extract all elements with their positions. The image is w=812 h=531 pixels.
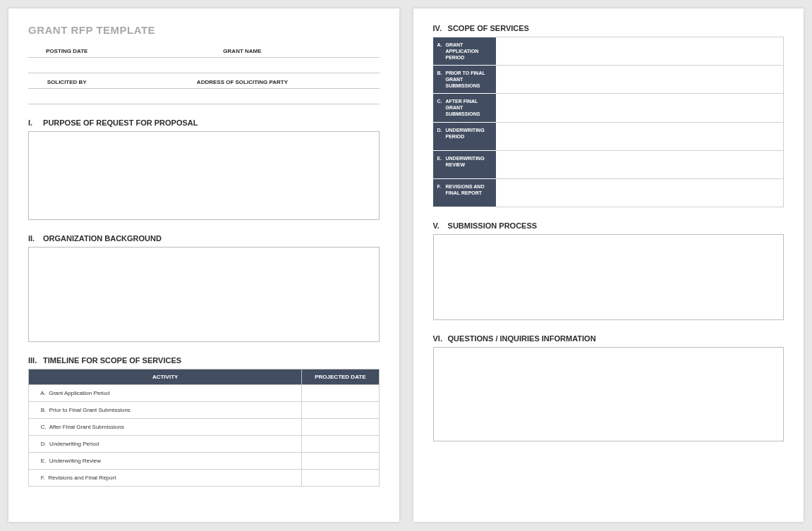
questions-box[interactable] (433, 347, 784, 441)
timeline-col-activity: ACTIVITY (29, 369, 302, 384)
table-row: F.REVISIONS AND FINAL REPORT (433, 178, 784, 207)
timeline-activity: A. Grant Application Period (29, 384, 302, 401)
scope-label: C.AFTER FINAL GRANT SUBMISSIONS (433, 94, 496, 122)
grant-name-label: GRANT NAME (105, 46, 379, 57)
section-2-heading: II. ORGANIZATION BACKGROUND (28, 234, 380, 243)
scope-label: D.UNDERWRITING PERIOD (433, 122, 496, 150)
timeline-activity: D. Underwriting Period (29, 435, 302, 452)
info-grid: POSTING DATE GRANT NAME SOLICITED BY ADD… (28, 46, 380, 104)
timeline-activity: E. Underwriting Review (29, 452, 302, 469)
table-row: A.GRANT APPLICATION PERIOD (433, 37, 784, 66)
solicited-by-label: SOLICITED BY (28, 77, 105, 88)
timeline-date-cell[interactable] (302, 401, 379, 418)
timeline-date-cell[interactable] (302, 469, 379, 486)
scope-value-cell[interactable] (496, 122, 784, 150)
scope-label: B.PRIOR TO FINAL GRANT SUBMISSIONS (433, 66, 496, 94)
scope-value-cell[interactable] (496, 66, 784, 94)
timeline-date-cell[interactable] (302, 435, 379, 452)
page-2: IV. SCOPE OF SERVICES A.GRANT APPLICATIO… (413, 8, 804, 522)
address-label: ADDRESS OF SOLICITING PARTY (105, 77, 379, 88)
section-1-heading: I. PURPOSE OF REQUEST FOR PROPOSAL (28, 118, 380, 127)
section-3-heading: III. TIMELINE FOR SCOPE OF SERVICES (28, 356, 380, 365)
grant-name-value[interactable] (105, 57, 379, 73)
table-row: B.PRIOR TO FINAL GRANT SUBMISSIONS (433, 66, 784, 94)
scope-value-cell[interactable] (496, 94, 784, 122)
timeline-col-date: PROJECTED DATE (302, 369, 379, 384)
timeline-date-cell[interactable] (302, 384, 379, 401)
scope-table: A.GRANT APPLICATION PERIODB.PRIOR TO FIN… (433, 37, 784, 207)
solicited-by-value[interactable] (28, 88, 105, 104)
timeline-activity: C. After Final Grant Submissions (29, 418, 302, 435)
scope-value-cell[interactable] (496, 178, 784, 207)
table-row: E.UNDERWRITING REVIEW (433, 150, 784, 178)
page-1: GRANT RFP TEMPLATE POSTING DATE GRANT NA… (8, 8, 399, 522)
posting-date-label: POSTING DATE (28, 46, 105, 57)
timeline-activity: F. Revisions and Final Report (29, 469, 302, 486)
table-row: F. Revisions and Final Report (29, 469, 380, 486)
submission-process-box[interactable] (433, 234, 784, 320)
table-row: B. Prior to Final Grant Submissions (29, 401, 380, 418)
timeline-date-cell[interactable] (302, 452, 379, 469)
scope-label: E.UNDERWRITING REVIEW (433, 150, 496, 178)
table-row: C. After Final Grant Submissions (29, 418, 380, 435)
section-4-heading: IV. SCOPE OF SERVICES (433, 24, 784, 32)
timeline-activity: B. Prior to Final Grant Submissions (29, 401, 302, 418)
table-row: D.UNDERWRITING PERIOD (433, 122, 784, 150)
scope-label: F.REVISIONS AND FINAL REPORT (433, 178, 496, 207)
posting-date-value[interactable] (28, 57, 105, 73)
table-row: D. Underwriting Period (29, 435, 380, 452)
organization-background-box[interactable] (28, 247, 380, 342)
table-row: C.AFTER FINAL GRANT SUBMISSIONS (433, 94, 784, 122)
scope-value-cell[interactable] (496, 150, 784, 178)
scope-label: A.GRANT APPLICATION PERIOD (433, 37, 496, 66)
table-row: E. Underwriting Review (29, 452, 380, 469)
address-value[interactable] (105, 88, 379, 104)
purpose-box[interactable] (28, 131, 380, 220)
scope-value-cell[interactable] (496, 37, 784, 66)
section-6-heading: VI. QUESTIONS / INQUIRIES INFORMATION (433, 334, 784, 343)
section-5-heading: V. SUBMISSION PROCESS (433, 221, 784, 230)
timeline-table: ACTIVITY PROJECTED DATE A. Grant Applica… (28, 369, 380, 487)
timeline-date-cell[interactable] (302, 418, 379, 435)
table-row: A. Grant Application Period (29, 384, 380, 401)
document-title: GRANT RFP TEMPLATE (28, 24, 380, 36)
